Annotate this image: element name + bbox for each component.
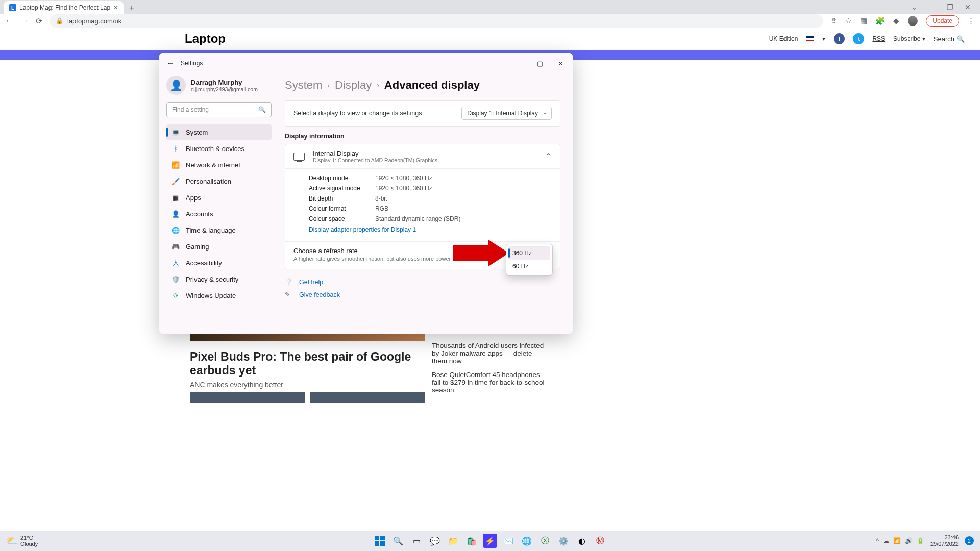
lock-icon: 🔒 <box>56 17 63 24</box>
taskbar-steam[interactable]: ◐ <box>575 534 589 548</box>
sidebar-article-link[interactable]: Bose QuietComfort 45 headphones fall to … <box>432 371 549 394</box>
search-icon: 🔍 <box>258 106 266 113</box>
nav-update[interactable]: ⟳Windows Update <box>166 288 272 303</box>
taskbar-clock[interactable]: 23:46 29/07/2022 <box>930 534 959 547</box>
account-profile[interactable]: 👤 Darragh Murphy d.j.murphy2493@gmail.co… <box>166 76 272 95</box>
update-button[interactable]: Update <box>926 15 959 27</box>
settings-window-title: Settings <box>181 60 203 67</box>
avatar-icon: 👤 <box>166 76 186 95</box>
taskbar-weather[interactable]: ⛅ 21°C Cloudy <box>6 535 38 547</box>
taskbar-chrome[interactable]: 🌐 <box>520 534 534 548</box>
share-icon[interactable]: ⇪ <box>830 16 837 26</box>
nav-network[interactable]: 📶Network & internet <box>166 157 272 172</box>
rss-link[interactable]: RSS <box>872 35 885 42</box>
refresh-rate-dropdown[interactable]: 360 Hz 60 Hz <box>506 244 553 276</box>
nav-accounts[interactable]: 👤Accounts <box>166 206 272 221</box>
shield-icon: 🛡️ <box>172 275 180 283</box>
extensions-menu-icon[interactable]: 🧩 <box>875 16 885 26</box>
nav-bluetooth[interactable]: ᚼBluetooth & devices <box>166 141 272 156</box>
chrome-close-button[interactable]: ✕ <box>965 3 971 11</box>
back-button[interactable]: ← <box>5 16 13 26</box>
display-adapter-link[interactable]: Display adapter properties for Display 1 <box>309 224 552 237</box>
subscribe-link[interactable]: Subscribe ▾ <box>893 35 925 42</box>
taskbar-explorer[interactable]: 📁 <box>446 534 460 548</box>
info-key: Active signal mode <box>309 185 375 192</box>
brush-icon: 🖌️ <box>172 177 180 185</box>
get-help-link[interactable]: ❔Get help <box>285 276 560 288</box>
refresh-option-360[interactable]: 360 Hz <box>508 246 550 260</box>
notification-badge[interactable]: 2 <box>965 536 974 545</box>
nav-time[interactable]: 🌐Time & language <box>166 222 272 238</box>
chrome-dropdown-icon[interactable]: ⌄ <box>911 3 917 11</box>
refresh-option-60[interactable]: 60 Hz <box>508 260 550 273</box>
search-label: Search <box>934 35 954 43</box>
thumbnail[interactable] <box>310 392 425 403</box>
tray-chevron-icon[interactable]: ^ <box>876 537 879 544</box>
edition-label[interactable]: UK Edition <box>769 35 798 42</box>
settings-minimize-button[interactable]: — <box>510 56 529 70</box>
facebook-icon[interactable]: f <box>834 33 845 44</box>
settings-search-input[interactable]: Find a setting 🔍 <box>166 102 272 117</box>
taskbar-search[interactable]: 🔍 <box>391 534 405 548</box>
new-tab-button[interactable]: + <box>126 2 138 14</box>
nav-accessibility[interactable]: 人Accessibility <box>166 255 272 270</box>
forward-button[interactable]: → <box>20 16 29 26</box>
taskbar-taskview[interactable]: ▭ <box>409 534 424 548</box>
nav-label: Bluetooth & devices <box>186 145 244 153</box>
taskbar-mail[interactable]: ✉️ <box>501 534 516 548</box>
taskbar-chat[interactable]: 💬 <box>428 534 442 548</box>
chrome-menu-icon[interactable]: ⋮ <box>967 16 975 26</box>
settings-maximize-button[interactable]: ▢ <box>531 56 549 70</box>
display-select-prompt: Select a display to view or change its s… <box>293 110 422 117</box>
give-feedback-link[interactable]: ✎Give feedback <box>285 288 560 301</box>
nav-system[interactable]: 💻System <box>166 124 272 140</box>
tray-onedrive-icon[interactable]: ☁ <box>883 537 889 544</box>
profile-avatar-icon[interactable] <box>908 16 918 26</box>
bookmark-icon[interactable]: ☆ <box>845 16 852 26</box>
display-info-header[interactable]: Internal Display Display 1: Connected to… <box>285 144 560 169</box>
settings-sidebar: 👤 Darragh Murphy d.j.murphy2493@gmail.co… <box>159 73 277 334</box>
extension-icon-2[interactable]: ◆ <box>893 16 899 26</box>
article-title[interactable]: Pixel Buds Pro: The best pair of Google … <box>190 350 414 378</box>
taskbar-app[interactable]: ⚡ <box>483 534 497 548</box>
nav-gaming[interactable]: 🎮Gaming <box>166 239 272 254</box>
tray-battery-icon[interactable]: 🔋 <box>917 537 924 544</box>
chrome-maximize-button[interactable]: ❐ <box>947 3 953 11</box>
info-value: RGB <box>375 205 388 212</box>
sidebar-article-link[interactable]: Thousands of Android users infected by J… <box>432 342 549 365</box>
browser-tab[interactable]: L Laptop Mag: Find the Perfect Lap ✕ <box>4 1 124 14</box>
tab-close-icon[interactable]: ✕ <box>113 4 118 11</box>
tray-wifi-icon[interactable]: 📶 <box>893 537 901 544</box>
nav-personalisation[interactable]: 🖌️Personalisation <box>166 173 272 189</box>
display-name: Internal Display <box>313 149 437 157</box>
edition-chevron-icon[interactable]: ▾ <box>822 35 825 42</box>
reload-button[interactable]: ⟳ <box>36 16 42 26</box>
breadcrumb-current: Advanced display <box>384 79 480 92</box>
settings-window: ← Settings — ▢ ✕ 👤 Darragh Murphy d.j.mu… <box>159 53 573 334</box>
nav-apps[interactable]: ▦Apps <box>166 190 272 205</box>
thumbnail[interactable] <box>190 392 305 403</box>
extension-icon[interactable]: ▦ <box>860 16 867 26</box>
taskbar-xbox[interactable]: ⓧ <box>538 534 552 548</box>
taskbar-store[interactable]: 🛍️ <box>464 534 479 548</box>
display-select-dropdown[interactable]: Display 1: Internal Display <box>461 107 552 120</box>
url-input[interactable]: 🔒 laptopmag.com/uk <box>50 14 823 28</box>
site-logo[interactable]: Laptop <box>185 32 226 46</box>
chrome-window-controls: ⌄ — ❐ ✕ <box>911 0 980 14</box>
taskbar-mcafee[interactable]: Ⓜ <box>593 534 607 548</box>
nav-privacy[interactable]: 🛡️Privacy & security <box>166 271 272 287</box>
svg-rect-1 <box>375 536 379 540</box>
taskbar-settings[interactable]: ⚙️ <box>556 534 571 548</box>
settings-back-button[interactable]: ← <box>166 59 175 68</box>
tray-volume-icon[interactable]: 🔊 <box>905 537 913 544</box>
breadcrumb-system[interactable]: System <box>285 79 322 92</box>
site-search[interactable]: Search 🔍 <box>934 35 965 43</box>
twitter-icon[interactable]: t <box>853 33 864 44</box>
settings-close-button[interactable]: ✕ <box>551 56 570 70</box>
nav-label: Gaming <box>186 243 209 251</box>
settings-nav: 💻System ᚼBluetooth & devices 📶Network & … <box>166 124 272 303</box>
breadcrumb-display[interactable]: Display <box>335 79 372 92</box>
chrome-minimize-button[interactable]: — <box>928 3 936 11</box>
start-button[interactable] <box>373 534 387 548</box>
bluetooth-icon: ᚼ <box>172 144 180 153</box>
